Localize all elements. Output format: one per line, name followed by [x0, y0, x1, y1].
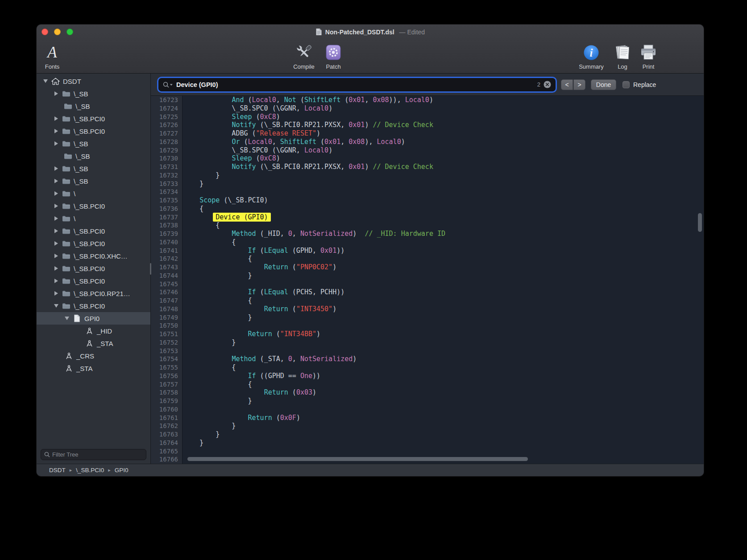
- code-line: Scope (\_SB.PCI0): [183, 196, 704, 205]
- line-number: 16744: [151, 272, 178, 280]
- disclosure-triangle-icon[interactable]: [53, 165, 59, 172]
- disclosure-triangle-icon[interactable]: [53, 303, 59, 309]
- tree-item-sb[interactable]: \_SB: [37, 162, 150, 175]
- toolbar: A Fonts: [37, 39, 704, 73]
- tree-item-label: \_SB.PCI0.XHC…: [74, 252, 128, 260]
- line-number: 16746: [151, 288, 178, 296]
- disclosure-triangle-icon[interactable]: [53, 91, 59, 97]
- folder-icon: [61, 303, 71, 309]
- zoom-window-button[interactable]: [66, 29, 73, 35]
- tree-item-sb-pci0[interactable]: \_SB.PCI0: [37, 225, 150, 237]
- horizontal-scrollbar-thumb[interactable]: [187, 457, 528, 461]
- disclosure-triangle-icon[interactable]: [53, 128, 59, 134]
- disclosure-triangle-icon[interactable]: [53, 215, 59, 222]
- line-number: 16727: [151, 129, 178, 138]
- patch-button[interactable]: Patch: [318, 41, 349, 70]
- splitter-handle[interactable]: [150, 263, 151, 275]
- disclosure-triangle-icon[interactable]: [42, 78, 49, 84]
- line-number: 16724: [151, 104, 178, 113]
- tree-item-sb-pci0[interactable]: \_SB.PCI0: [37, 112, 150, 125]
- code-line: [183, 447, 704, 456]
- breadcrumb-item[interactable]: GPI0: [115, 467, 129, 474]
- tree-item-sta[interactable]: _STA: [37, 362, 150, 375]
- search-menu-icon[interactable]: [163, 82, 173, 88]
- disclosure-triangle-icon[interactable]: [53, 240, 59, 247]
- code-line: {: [183, 380, 704, 389]
- done-button[interactable]: Done: [591, 79, 616, 90]
- code-editor[interactable]: 1672316724167251672616727167281672916730…: [151, 96, 704, 464]
- code-line: }: [183, 313, 704, 322]
- summary-info-icon: i: [583, 43, 600, 62]
- tree-item-sb-pci0[interactable]: \_SB.PCI0: [37, 300, 150, 312]
- tree-item-[interactable]: \: [37, 212, 150, 225]
- disclosure-triangle-icon[interactable]: [53, 178, 59, 184]
- fonts-button[interactable]: A Fonts: [37, 41, 68, 70]
- line-number: 16742: [151, 255, 178, 263]
- code-line: And (Local0, Not (ShiftLeft (0x01, 0x08)…: [183, 96, 704, 104]
- print-button[interactable]: Print: [633, 41, 664, 70]
- tree-item-sta[interactable]: _STA: [37, 337, 150, 350]
- vertical-scrollbar-thumb[interactable]: [698, 213, 702, 232]
- tree-item-sb-pci0[interactable]: \_SB.PCI0: [37, 275, 150, 287]
- code-line: [183, 347, 704, 355]
- tree-item-hid[interactable]: _HID: [37, 325, 150, 337]
- compile-tools-icon: [294, 43, 314, 62]
- code-line: }: [183, 439, 704, 447]
- tree-item-sb[interactable]: \_SB: [37, 150, 150, 162]
- tree-item-sb[interactable]: \_SB: [37, 175, 150, 187]
- disclosure-triangle-icon[interactable]: [53, 203, 59, 209]
- breadcrumb-item[interactable]: \_SB.PCI0: [76, 467, 104, 474]
- patch-button-label: Patch: [326, 63, 340, 70]
- tree-item-sb-pci0-xhc[interactable]: \_SB.PCI0.XHC…: [37, 250, 150, 262]
- disclosure-triangle-icon[interactable]: [53, 278, 59, 284]
- tree-item-sb[interactable]: \_SB: [37, 87, 150, 100]
- code-line: }: [183, 171, 704, 180]
- line-number: 16723: [151, 96, 178, 104]
- tree-item-sb-pci0[interactable]: \_SB.PCI0: [37, 200, 150, 212]
- next-match-button[interactable]: >: [573, 79, 585, 90]
- search-match-highlight: Device (GPI0): [213, 213, 270, 222]
- disclosure-triangle-icon[interactable]: [53, 190, 59, 197]
- tree-item-sb[interactable]: \_SB: [37, 137, 150, 150]
- tree-item-sb-pci0[interactable]: \_SB.PCI0: [37, 125, 150, 137]
- tree-item-sb-pci0[interactable]: \_SB.PCI0: [37, 262, 150, 275]
- code-line: Sleep (0xC8): [183, 113, 704, 121]
- replace-label: Replace: [633, 81, 656, 88]
- disclosure-triangle-icon[interactable]: [53, 115, 59, 122]
- tree-item-gpi0[interactable]: GPI0: [37, 312, 150, 325]
- replace-checkbox[interactable]: [622, 81, 630, 88]
- tree-item-label: \_SB: [74, 140, 88, 148]
- tree-item-[interactable]: \: [37, 187, 150, 200]
- compile-button[interactable]: Compile: [288, 41, 320, 70]
- tree-item-sb-pci0-rp21[interactable]: \_SB.PCI0.RP21…: [37, 287, 150, 300]
- tree-item-crs[interactable]: _CRS: [37, 350, 150, 362]
- disclosure-triangle-icon[interactable]: [53, 140, 59, 147]
- close-window-button[interactable]: [42, 29, 48, 35]
- code-line: }: [183, 272, 704, 280]
- disclosure-triangle-icon[interactable]: [53, 265, 59, 272]
- tree-item-label: \_SB: [74, 165, 88, 173]
- code-line: }: [183, 180, 704, 188]
- code-line: {: [183, 296, 704, 305]
- tree-item-sb[interactable]: \_SB: [37, 100, 150, 112]
- previous-match-button[interactable]: <: [561, 79, 573, 90]
- disclosure-triangle-icon[interactable]: [53, 290, 59, 296]
- tree-item-label: DSDT: [63, 78, 81, 85]
- disclosure-triangle-icon[interactable]: [53, 253, 59, 259]
- filter-tree-input[interactable]: [52, 451, 143, 458]
- summary-button[interactable]: i Summary: [576, 41, 607, 70]
- tree-item-sb-pci0[interactable]: \_SB.PCI0: [37, 237, 150, 250]
- code-line: }: [183, 422, 704, 430]
- method-icon: [64, 352, 74, 360]
- disclosure-triangle-icon[interactable]: [53, 228, 59, 234]
- minimize-window-button[interactable]: [54, 29, 61, 35]
- folder-icon: [61, 278, 71, 284]
- disclosure-triangle-icon[interactable]: [64, 315, 70, 321]
- tree-item-dsdt[interactable]: DSDT: [37, 75, 150, 87]
- clear-search-button[interactable]: [544, 81, 551, 88]
- find-query-input[interactable]: [176, 81, 534, 88]
- line-number: 16756: [151, 372, 178, 380]
- breadcrumb-item[interactable]: DSDT: [49, 467, 66, 474]
- code-text[interactable]: And (Local0, Not (ShiftLeft (0x01, 0x08)…: [183, 96, 704, 464]
- code-line: {: [183, 255, 704, 263]
